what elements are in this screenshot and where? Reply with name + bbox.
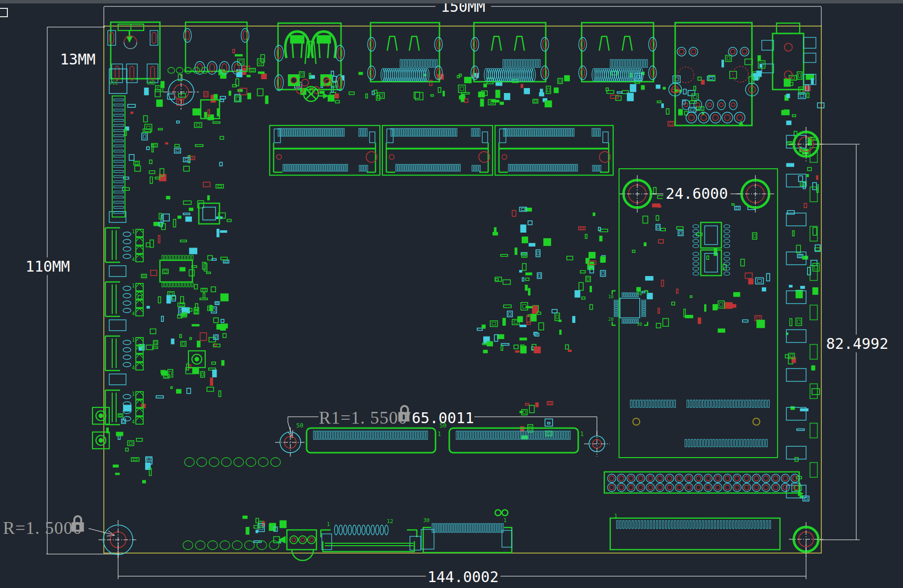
- ic-chip: [199, 203, 219, 224]
- svg-text:4: 4: [132, 311, 135, 316]
- svg-text:4: 4: [132, 365, 135, 371]
- lbl-lconn-1: 1: [614, 513, 618, 519]
- svg-text:1: 1: [132, 229, 135, 234]
- lbl-b2b1-1: 1: [437, 431, 441, 437]
- lbl-vcc: VCC: [109, 80, 118, 86]
- svg-text:4: 4: [132, 419, 135, 425]
- dim-144-0002: 144.0002: [428, 568, 499, 586]
- pcb-canvas[interactable]: 14141414150MM13MM110MM24.6000R1=1. 55006…: [0, 0, 903, 588]
- lbl-ffc30-1: 1: [503, 517, 507, 524]
- lbl-b2b2-50: 50: [439, 422, 446, 429]
- svg-text:1: 1: [132, 283, 135, 288]
- dim-r: R=1. 5000: [3, 518, 82, 538]
- lbl-b2b2-1: 1: [580, 431, 584, 437]
- lbl-cpu-10: 10: [608, 294, 614, 299]
- svg-text:4: 4: [132, 257, 135, 262]
- dim-110mm: 110MM: [26, 258, 70, 275]
- dim-13mm: 13MM: [60, 51, 95, 68]
- lbl-ffc30-30: 30: [423, 517, 430, 524]
- lbl-b2b1-50: 50: [296, 422, 303, 429]
- svg-text:1: 1: [132, 337, 135, 342]
- dim-82-4992: 82.4992: [826, 335, 888, 352]
- lbl-cpu-40: 40: [637, 291, 642, 296]
- lbl-cpu-20: 20: [608, 317, 614, 322]
- window-top-bar: [0, 0, 903, 3]
- cad-viewport[interactable]: 14141414150MM13MM110MM24.6000R1=1. 55006…: [0, 0, 903, 588]
- lbl-gnd: GND: [147, 80, 156, 86]
- dim-r1: R1=1. 5500: [319, 408, 407, 428]
- lbl-cpu-30: 30: [637, 322, 642, 327]
- svg-text:1: 1: [132, 391, 135, 397]
- lbl-ffc12-1: 1: [327, 521, 330, 527]
- lbl-ffc12-12: 12: [387, 518, 393, 525]
- window-icon: [0, 8, 8, 17]
- dim-24-6000: 24.6000: [666, 185, 728, 202]
